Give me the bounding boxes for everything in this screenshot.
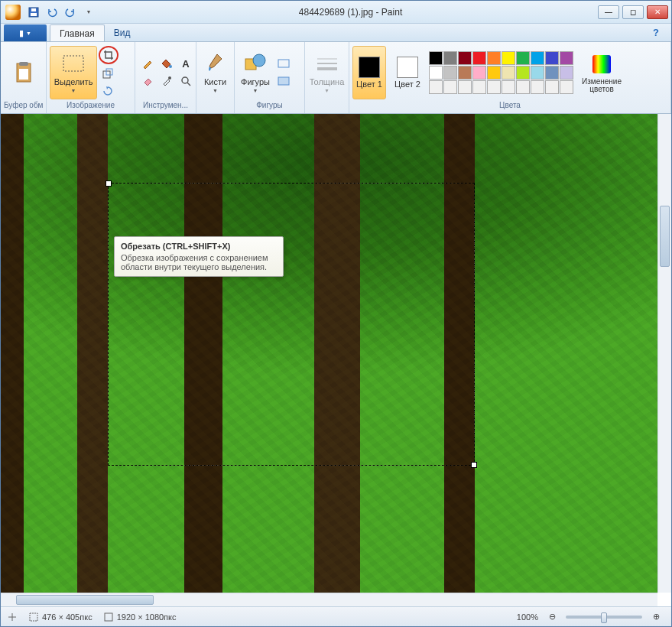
zoom-out-button[interactable]: ⊖ bbox=[543, 609, 561, 625]
color-swatch[interactable] bbox=[516, 51, 530, 65]
color1-button[interactable]: Цвет 1 bbox=[352, 46, 386, 99]
color-swatch[interactable] bbox=[443, 51, 457, 65]
horizontal-scrollbar[interactable] bbox=[1, 593, 657, 606]
color-swatch[interactable] bbox=[531, 51, 544, 65]
svg-rect-2 bbox=[31, 8, 36, 11]
titlebar: ▼ 484429689 (1).jpg - Paint — ◻ ✕ bbox=[1, 1, 671, 24]
edit-colors-icon bbox=[589, 52, 614, 76]
zoom-slider[interactable] bbox=[566, 616, 642, 619]
group-label: Буфер обмена bbox=[4, 101, 43, 112]
svg-point-10 bbox=[168, 76, 171, 80]
group-label: Фигуры bbox=[238, 101, 301, 112]
svg-rect-16 bbox=[278, 77, 289, 85]
color-swatch[interactable] bbox=[502, 51, 515, 65]
color-swatch[interactable] bbox=[516, 66, 530, 80]
color-swatch[interactable] bbox=[531, 80, 544, 94]
color-swatch[interactable] bbox=[560, 66, 573, 80]
color-swatch[interactable] bbox=[429, 51, 443, 65]
color2-button[interactable]: Цвет 2 bbox=[391, 46, 424, 99]
group-image: Выделить ▼ Изображение bbox=[47, 42, 135, 113]
canvas-viewport[interactable] bbox=[1, 114, 657, 593]
color-swatch[interactable] bbox=[516, 80, 530, 94]
color-swatch[interactable] bbox=[443, 66, 457, 80]
color-swatch[interactable] bbox=[560, 51, 573, 65]
svg-rect-23 bbox=[30, 613, 37, 621]
thickness-button: Толщина ▼ bbox=[308, 46, 346, 99]
chevron-down-icon: ▼ bbox=[213, 88, 218, 93]
color-swatch[interactable] bbox=[458, 80, 472, 94]
undo-icon[interactable] bbox=[44, 4, 60, 21]
ribbon-tabs: ▮▼ Главная Вид ? bbox=[1, 24, 671, 42]
color-swatch[interactable] bbox=[472, 66, 486, 80]
close-button[interactable]: ✕ bbox=[647, 5, 668, 19]
svg-point-14 bbox=[253, 54, 265, 67]
brush-icon bbox=[203, 51, 228, 76]
ribbon: Буфер обмена Выделить ▼ Изображение bbox=[1, 42, 671, 114]
text-icon[interactable]: A bbox=[177, 55, 195, 72]
group-colors: Цвет 1 Цвет 2 Изменение цветов Цвета bbox=[349, 42, 671, 113]
color-swatch[interactable] bbox=[429, 80, 443, 94]
svg-rect-1 bbox=[31, 13, 37, 16]
rotate-button[interactable] bbox=[99, 83, 117, 99]
slider-thumb[interactable] bbox=[601, 612, 607, 623]
color-swatch[interactable] bbox=[545, 66, 559, 80]
shape-outline-icon[interactable] bbox=[274, 55, 293, 72]
canvas-size: 1920 × 1080пкс bbox=[103, 612, 177, 622]
tooltip-title: Обрезать (CTRL+SHIFT+X) bbox=[121, 242, 277, 251]
brushes-button[interactable]: Кисти ▼ bbox=[200, 46, 231, 99]
save-icon[interactable] bbox=[25, 4, 42, 21]
scroll-thumb[interactable] bbox=[660, 206, 670, 267]
color-swatch[interactable] bbox=[487, 51, 501, 65]
paste-button[interactable] bbox=[4, 46, 43, 99]
tab-home[interactable]: Главная bbox=[50, 24, 105, 41]
group-brushes: Кисти ▼ bbox=[196, 42, 235, 113]
zoom-icon[interactable] bbox=[177, 73, 195, 89]
color-swatch[interactable] bbox=[502, 80, 515, 94]
chevron-down-icon: ▼ bbox=[324, 88, 330, 93]
resize-button[interactable] bbox=[99, 65, 117, 82]
vertical-scrollbar[interactable] bbox=[657, 114, 671, 593]
color-swatch[interactable] bbox=[502, 66, 515, 80]
group-label: Инструмен... bbox=[138, 101, 193, 112]
color-swatch[interactable] bbox=[487, 80, 501, 94]
color-swatch[interactable] bbox=[545, 51, 559, 65]
file-tab[interactable]: ▮▼ bbox=[4, 24, 47, 41]
redo-icon[interactable] bbox=[62, 4, 79, 21]
zoom-controls: 100% ⊖ ⊕ bbox=[517, 609, 665, 625]
color-swatch[interactable] bbox=[487, 66, 501, 80]
window-title: 484429689 (1).jpg - Paint bbox=[103, 7, 598, 18]
color-swatch[interactable] bbox=[443, 80, 457, 94]
scroll-thumb[interactable] bbox=[16, 595, 154, 605]
color-swatch[interactable] bbox=[472, 51, 486, 65]
minimize-button[interactable]: — bbox=[598, 5, 619, 19]
color2-swatch bbox=[397, 57, 418, 78]
zoom-level: 100% bbox=[517, 612, 538, 622]
group-tools: A Инструмен... bbox=[135, 42, 196, 113]
tab-view[interactable]: Вид bbox=[105, 24, 140, 41]
group-label bbox=[200, 101, 231, 112]
picker-icon[interactable] bbox=[157, 73, 176, 89]
edit-colors-button[interactable]: Изменение цветов bbox=[578, 46, 625, 99]
color-swatch[interactable] bbox=[458, 51, 472, 65]
crop-button[interactable] bbox=[99, 46, 118, 64]
svg-rect-5 bbox=[19, 69, 28, 80]
fill-icon[interactable] bbox=[157, 55, 176, 72]
help-icon[interactable]: ? bbox=[653, 27, 665, 39]
color-swatch[interactable] bbox=[472, 80, 486, 94]
color-swatch[interactable] bbox=[531, 66, 544, 80]
color-swatch[interactable] bbox=[429, 66, 443, 80]
shapes-button[interactable]: Фигуры ▼ bbox=[238, 46, 273, 99]
color-swatch[interactable] bbox=[560, 80, 573, 94]
shape-fill-icon[interactable] bbox=[274, 73, 293, 89]
select-button[interactable]: Выделить ▼ bbox=[50, 46, 97, 99]
svg-line-12 bbox=[187, 83, 190, 86]
qat-dropdown-icon[interactable]: ▼ bbox=[80, 4, 97, 21]
eraser-icon[interactable] bbox=[138, 73, 157, 89]
maximize-button[interactable]: ◻ bbox=[622, 5, 644, 19]
color-swatch[interactable] bbox=[458, 66, 472, 80]
selection-rectangle[interactable] bbox=[108, 183, 475, 466]
color-swatch[interactable] bbox=[545, 80, 559, 94]
thickness-icon bbox=[315, 51, 339, 76]
zoom-in-button[interactable]: ⊕ bbox=[647, 609, 665, 625]
pencil-icon[interactable] bbox=[138, 55, 157, 72]
